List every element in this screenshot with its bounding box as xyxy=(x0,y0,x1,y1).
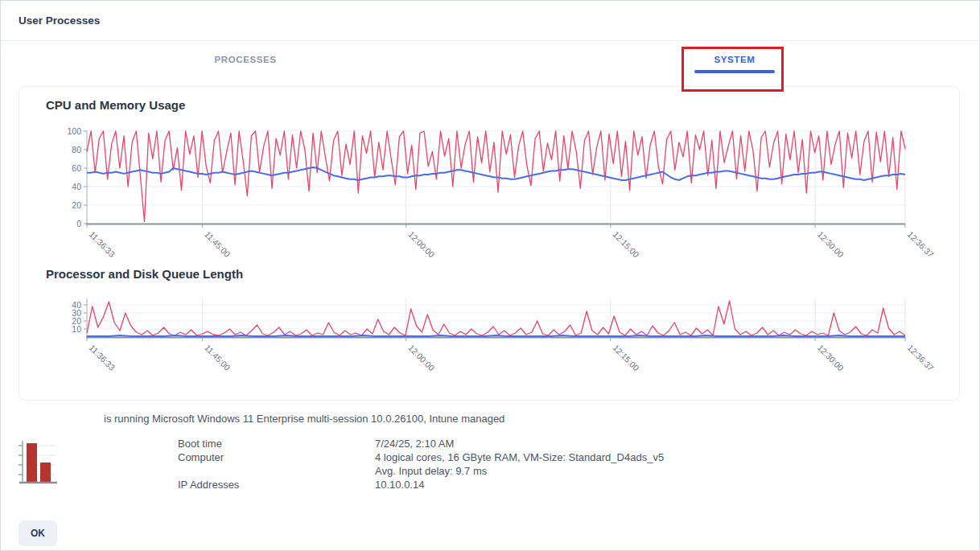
tab-processes-label: PROCESSES xyxy=(215,55,277,64)
os-running-line: is running Microsoft Windows 11 Enterpri… xyxy=(104,412,963,426)
info-value: 7/24/25, 2:10 AM xyxy=(375,437,454,450)
info-value: 10.10.0.14 xyxy=(375,478,424,491)
svg-text:11:45:00: 11:45:00 xyxy=(203,343,233,372)
info-label: IP Addresses xyxy=(178,478,375,491)
info-row-boot-time: Boot time 7/24/25, 2:10 AM xyxy=(178,437,963,450)
svg-text:20: 20 xyxy=(72,200,81,210)
queue-length-chart: 1020304011:36:3311:45:0012:00:0012:15:00… xyxy=(45,294,949,377)
queue-length-chart-title: Processor and Disk Queue Length xyxy=(46,267,933,281)
active-tab-indicator xyxy=(694,70,775,73)
cpu-memory-chart-title: CPU and Memory Usage xyxy=(46,98,933,112)
system-info-section: is running Microsoft Windows 11 Enterpri… xyxy=(1,401,979,491)
svg-text:12:36:37: 12:36:37 xyxy=(906,343,936,372)
dialog-title: User Processes xyxy=(19,14,100,27)
svg-text:12:30:00: 12:30:00 xyxy=(816,343,846,372)
svg-text:100: 100 xyxy=(67,126,81,136)
info-row-computer: Computer 4 logical cores, 16 GByte RAM, … xyxy=(178,450,963,478)
svg-text:12:00:00: 12:00:00 xyxy=(406,229,436,259)
svg-text:40: 40 xyxy=(72,300,81,310)
user-processes-dialog: User Processes PROCESSES SYSTEM CPU and … xyxy=(0,0,980,551)
svg-text:60: 60 xyxy=(72,163,81,173)
svg-text:12:00:00: 12:00:00 xyxy=(406,343,436,372)
svg-text:12:15:00: 12:15:00 xyxy=(611,343,640,372)
ok-button[interactable]: OK xyxy=(19,520,57,546)
svg-text:80: 80 xyxy=(72,145,81,154)
svg-text:12:30:00: 12:30:00 xyxy=(816,229,846,259)
svg-text:40: 40 xyxy=(72,182,81,191)
info-label: Boot time xyxy=(178,437,375,450)
info-value: Avg. Input delay: 9.7 ms xyxy=(375,464,664,478)
svg-text:12:15:00: 12:15:00 xyxy=(611,229,640,259)
charts-panel: CPU and Memory Usage 02040608010011:36:3… xyxy=(19,86,960,401)
svg-text:12:36:37: 12:36:37 xyxy=(906,229,936,259)
info-value: 4 logical cores, 16 GByte RAM, VM-Size: … xyxy=(375,450,664,464)
tab-system-label: SYSTEM xyxy=(714,55,756,64)
tab-bar: PROCESSES SYSTEM xyxy=(1,41,979,86)
info-label: Computer xyxy=(178,450,375,478)
bar-chart-icon xyxy=(13,438,60,487)
tab-system[interactable]: SYSTEM xyxy=(490,41,979,86)
dialog-header: User Processes xyxy=(1,1,979,41)
svg-text:0: 0 xyxy=(76,219,81,228)
svg-text:11:36:33: 11:36:33 xyxy=(88,343,117,372)
info-row-ip-addresses: IP Addresses 10.10.0.14 xyxy=(178,478,963,491)
svg-text:11:36:33: 11:36:33 xyxy=(88,229,117,259)
cpu-memory-chart: 02040608010011:36:3311:45:0012:00:0012:1… xyxy=(45,121,949,264)
tab-indicator xyxy=(205,70,286,73)
tab-processes[interactable]: PROCESSES xyxy=(1,41,490,86)
system-info-rows: Boot time 7/24/25, 2:10 AM Computer 4 lo… xyxy=(178,437,963,491)
svg-text:11:45:00: 11:45:00 xyxy=(203,229,233,259)
